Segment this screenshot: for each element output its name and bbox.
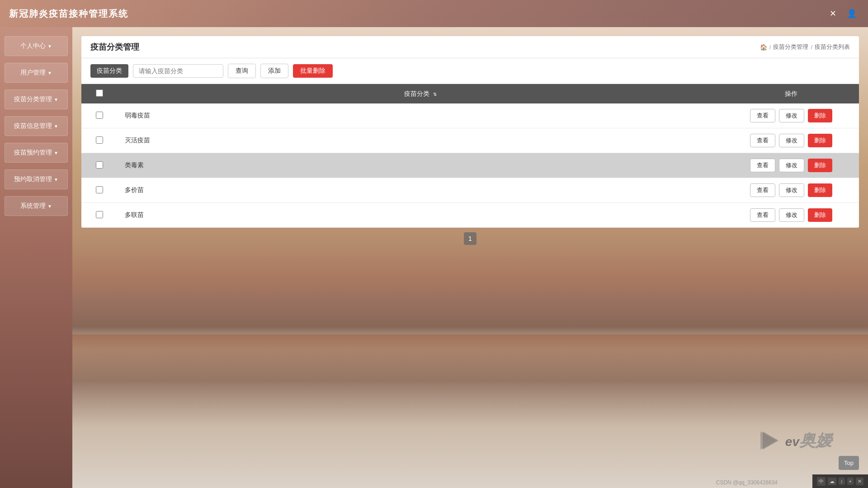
sidebar-label-vaccine-info: 疫苗信息管理: [14, 122, 52, 130]
chevron-down-icon-personal: ▼: [47, 44, 52, 49]
table-row: 类毒素查看修改删除: [81, 153, 859, 178]
watermark: ev奥嫒: [758, 429, 832, 452]
sidebar-item-vaccine-info[interactable]: 疫苗信息管理 ▼: [5, 116, 68, 136]
edit-button-3[interactable]: 修改: [779, 183, 804, 197]
watermark-text: ev奥嫒: [785, 430, 832, 452]
sort-icon[interactable]: ⇅: [433, 92, 437, 97]
row-checkbox-cell: [81, 153, 118, 178]
svg-marker-1: [760, 432, 776, 450]
taskbar-item-5[interactable]: ✕: [856, 478, 863, 485]
col-header-operation: 操作: [723, 84, 859, 103]
row-category-name: 类毒素: [118, 153, 723, 178]
user-button[interactable]: 👤: [844, 6, 859, 21]
play-icon: [758, 429, 781, 452]
app-title: 新冠肺炎疫苗接种管理系统: [9, 8, 128, 20]
row-checkbox-1[interactable]: [96, 136, 103, 144]
row-checkbox-3[interactable]: [96, 186, 103, 193]
edit-button-1[interactable]: 修改: [779, 134, 804, 147]
breadcrumb-item-1: 疫苗分类管理: [773, 43, 808, 51]
sidebar-item-vaccine-booking[interactable]: 疫苗预约管理 ▼: [5, 143, 68, 163]
row-checkbox-2[interactable]: [96, 161, 103, 169]
chevron-down-icon-vaccine-category: ▼: [54, 97, 58, 102]
chevron-down-icon-system: ▼: [47, 204, 52, 209]
row-category-name: 多联苗: [118, 203, 723, 228]
taskbar-item-4[interactable]: +: [847, 478, 854, 485]
edit-button-0[interactable]: 修改: [779, 109, 804, 122]
search-input[interactable]: [133, 64, 223, 78]
view-button-0[interactable]: 查看: [750, 109, 775, 122]
sidebar-item-system[interactable]: 系统管理 ▼: [5, 196, 68, 216]
chevron-down-icon-cancel-booking: ▼: [54, 177, 58, 182]
row-checkbox-0[interactable]: [96, 112, 103, 119]
sidebar-label-system: 系统管理: [20, 202, 46, 210]
sidebar-item-user[interactable]: 用户管理 ▼: [5, 63, 68, 83]
sidebar-item-cancel-booking[interactable]: 预约取消管理 ▼: [5, 169, 68, 189]
table-header-row: 疫苗分类 ⇅ 操作: [81, 84, 859, 103]
sidebar-label-vaccine-category: 疫苗分类管理: [14, 95, 52, 103]
query-button[interactable]: 查询: [228, 64, 256, 78]
row-checkbox-4[interactable]: [96, 211, 103, 218]
bottom-background: [72, 334, 868, 488]
row-actions: 查看修改删除: [723, 178, 859, 203]
delete-button-0[interactable]: 删除: [808, 109, 832, 122]
page-number[interactable]: 1: [464, 232, 476, 245]
chevron-down-icon-user: ▼: [47, 70, 52, 75]
header: 新冠肺炎疫苗接种管理系统 ✕ 👤: [0, 0, 868, 27]
chevron-down-icon-vaccine-booking: ▼: [54, 150, 58, 155]
delete-button-2[interactable]: 删除: [808, 159, 832, 172]
row-checkbox-cell: [81, 203, 118, 228]
batch-delete-button[interactable]: 批量删除: [293, 64, 333, 78]
sidebar: 个人中心 ▼ 用户管理 ▼ 疫苗分类管理 ▼ 疫苗信息管理 ▼ 疫苗预约管理 ▼…: [0, 27, 72, 488]
row-actions: 查看修改删除: [723, 153, 859, 178]
action-buttons: 查看修改删除: [731, 183, 852, 197]
action-buttons: 查看修改删除: [731, 109, 852, 122]
row-category-name: 弱毒疫苗: [118, 103, 723, 128]
row-category-name: 多价苗: [118, 178, 723, 203]
header-icons: ✕ 👤: [826, 6, 859, 21]
taskbar-item-3[interactable]: ↕: [839, 478, 845, 485]
row-checkbox-cell: [81, 178, 118, 203]
col-header-category: 疫苗分类 ⇅: [118, 84, 723, 103]
sidebar-label-personal: 个人中心: [20, 42, 46, 50]
row-checkbox-cell: [81, 103, 118, 128]
breadcrumb-sep-1: /: [769, 44, 771, 51]
table-row: 多联苗查看修改删除: [81, 203, 859, 228]
sidebar-label-user: 用户管理: [20, 69, 46, 77]
sidebar-label-cancel-booking: 预约取消管理: [14, 175, 52, 183]
row-actions: 查看修改删除: [723, 203, 859, 228]
row-actions: 查看修改删除: [723, 128, 859, 153]
close-button[interactable]: ✕: [826, 6, 840, 21]
table-row: 弱毒疫苗查看修改删除: [81, 103, 859, 128]
table-row: 多价苗查看修改删除: [81, 178, 859, 203]
add-button[interactable]: 添加: [260, 64, 288, 78]
top-button[interactable]: Top: [839, 456, 859, 470]
table-row: 灭活疫苗查看修改删除: [81, 128, 859, 153]
filter-bar: 疫苗分类 查询 添加 批量删除: [81, 58, 859, 84]
delete-button-1[interactable]: 删除: [808, 134, 832, 147]
action-buttons: 查看修改删除: [731, 208, 852, 222]
home-icon: 🏠: [760, 44, 767, 51]
select-all-checkbox[interactable]: [96, 89, 103, 97]
content-area: 疫苗分类管理 🏠 / 疫苗分类管理 / 疫苗分类列表 疫苗分类 查询 添加 批量…: [72, 27, 868, 488]
row-actions: 查看修改删除: [723, 103, 859, 128]
edit-button-4[interactable]: 修改: [779, 208, 804, 222]
sidebar-label-vaccine-booking: 疫苗预约管理: [14, 149, 52, 157]
delete-button-4[interactable]: 删除: [808, 208, 832, 222]
breadcrumb: 🏠 / 疫苗分类管理 / 疫苗分类列表: [760, 43, 850, 51]
row-checkbox-cell: [81, 128, 118, 153]
sidebar-item-personal[interactable]: 个人中心 ▼: [5, 36, 68, 56]
action-buttons: 查看修改删除: [731, 134, 852, 147]
view-button-4[interactable]: 查看: [750, 208, 775, 222]
data-table: 疫苗分类 ⇅ 操作 弱毒疫苗查看修改删除灭活疫苗查看修改删除类毒素查看修改删除多…: [81, 84, 859, 228]
delete-button-3[interactable]: 删除: [808, 183, 832, 197]
view-button-1[interactable]: 查看: [750, 134, 775, 147]
edit-button-2[interactable]: 修改: [779, 159, 804, 172]
select-all-header: [81, 84, 118, 103]
taskbar-lang-zh[interactable]: 中: [817, 477, 826, 486]
chevron-down-icon-vaccine-info: ▼: [54, 124, 58, 129]
sidebar-item-vaccine-category[interactable]: 疫苗分类管理 ▼: [5, 89, 68, 109]
view-button-3[interactable]: 查看: [750, 183, 775, 197]
taskbar-item-2[interactable]: ☁: [828, 478, 836, 485]
view-button-2[interactable]: 查看: [750, 159, 775, 172]
filter-label: 疫苗分类: [90, 64, 128, 78]
